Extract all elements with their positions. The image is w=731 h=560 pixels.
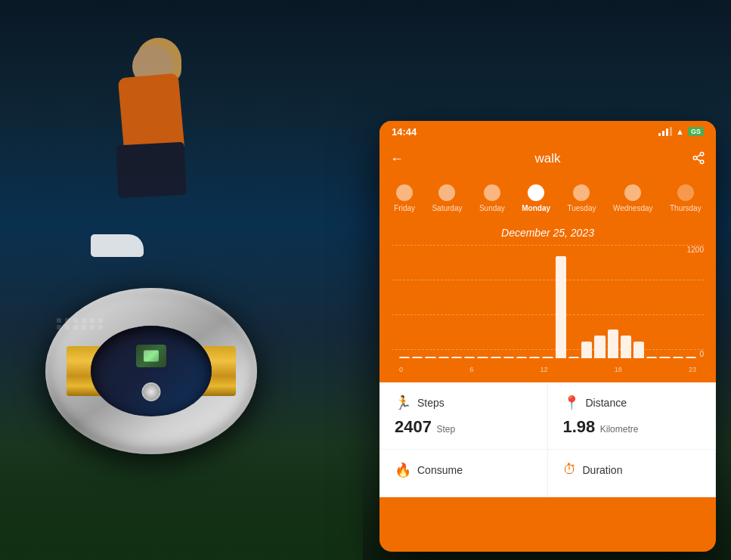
stat-duration: ⏱ Duration [548, 450, 717, 497]
status-bar: 14:44 ▲ GS [379, 121, 716, 142]
day-selector: Friday Saturday Sunday Monday Tuesday We… [379, 175, 716, 221]
chart-date: December 25, 2023 [392, 227, 704, 239]
bar-14 [581, 342, 592, 358]
distance-icon: 📍 [563, 394, 580, 411]
day-wednesday[interactable]: Wednesday [613, 184, 653, 212]
stat-consume-title: Consume [417, 464, 463, 476]
stat-consume: 🔥 Consume [379, 450, 548, 497]
bar-9 [516, 357, 527, 358]
svg-point-2 [700, 160, 704, 164]
svg-point-0 [700, 152, 704, 156]
day-thursday[interactable]: Thursday [670, 184, 702, 212]
bar-11 [542, 357, 553, 358]
signal-bar-4 [670, 127, 672, 136]
day-label-sunday: Sunday [479, 204, 505, 212]
day-dot-wednesday [624, 184, 641, 201]
chart-x-labels: 0 6 12 18 23 [399, 366, 696, 373]
day-saturday[interactable]: Saturday [432, 184, 462, 212]
stat-distance-value: 1.98 Kilometre [563, 417, 702, 437]
x-label-6: 6 [469, 366, 473, 373]
bar-8 [503, 357, 514, 358]
bar-2 [425, 357, 435, 358]
chart-label-0: 0 [699, 350, 704, 358]
day-dot-sunday [484, 184, 500, 201]
signal-bar-2 [662, 131, 664, 136]
day-sunday[interactable]: Sunday [479, 184, 505, 212]
app-header: ← walk [379, 142, 716, 175]
runner-shorts [116, 142, 187, 199]
bar-22 [686, 357, 696, 358]
bar-12-peak [556, 256, 566, 358]
bar-19 [646, 357, 657, 358]
svg-line-3 [696, 159, 700, 161]
svg-line-4 [696, 154, 700, 156]
bar-15 [594, 336, 605, 358]
bar-16 [608, 330, 618, 358]
chart-gridline-top: 1200 [392, 245, 704, 246]
stat-duration-title: Duration [583, 464, 623, 476]
ring-dot-pattern [57, 318, 104, 330]
day-dot-thursday [677, 184, 694, 201]
chart-bars [399, 252, 696, 358]
back-button[interactable]: ← [390, 151, 404, 167]
steps-icon: 🏃 [395, 394, 411, 411]
x-label-23: 23 [689, 366, 696, 373]
bar-6 [477, 357, 488, 358]
stat-steps-value: 2407 Step [395, 417, 532, 437]
stat-steps-title: Steps [417, 397, 444, 409]
bar-7 [491, 357, 501, 358]
status-time: 14:44 [392, 126, 417, 138]
smart-ring [45, 288, 287, 500]
stat-distance-title: Distance [586, 397, 627, 409]
day-dot-friday [396, 184, 413, 201]
signal-bar-1 [658, 133, 661, 136]
bar-3 [438, 357, 449, 358]
day-tuesday[interactable]: Tuesday [568, 184, 596, 212]
chart-container: 1200 0 [392, 245, 704, 373]
day-label-saturday: Saturday [432, 204, 462, 212]
bar-1 [412, 357, 423, 358]
bar-17 [621, 336, 631, 358]
ring-inner [91, 326, 212, 416]
signal-bar-3 [666, 128, 668, 136]
ring-sensor-led [144, 351, 159, 362]
ring-outer-band [45, 288, 257, 454]
stat-steps: 🏃 Steps 2407 Step [379, 382, 548, 450]
day-dot-saturday [438, 184, 455, 201]
bar-5 [464, 357, 475, 358]
share-button[interactable] [692, 151, 705, 167]
bar-18 [633, 342, 644, 358]
stat-steps-header: 🏃 Steps [395, 394, 532, 411]
stat-consume-header: 🔥 Consume [395, 462, 532, 478]
signal-icon [658, 127, 672, 136]
consume-icon: 🔥 [395, 462, 411, 478]
stats-grid: 🏃 Steps 2407 Step 📍 Distance 1.98 Kilome… [379, 382, 716, 497]
stat-duration-header: ⏱ Duration [563, 462, 701, 478]
stat-distance: 📍 Distance 1.98 Kilometre [548, 382, 717, 450]
day-friday[interactable]: Friday [394, 184, 415, 212]
duration-icon: ⏱ [563, 462, 577, 478]
day-dot-tuesday [573, 184, 590, 201]
bar-21 [673, 357, 683, 358]
runner-figure [76, 15, 227, 317]
day-label-wednesday: Wednesday [613, 204, 653, 212]
x-label-18: 18 [615, 366, 622, 373]
bar-0 [399, 357, 410, 358]
chart-area: December 25, 2023 1200 0 [379, 221, 716, 382]
day-monday[interactable]: Monday [522, 184, 550, 212]
x-label-0: 0 [399, 366, 403, 373]
ring-sensor [136, 345, 166, 367]
bar-10 [529, 357, 540, 358]
page-title: walk [534, 151, 560, 166]
day-label-friday: Friday [394, 204, 415, 212]
stat-distance-header: 📍 Distance [563, 394, 702, 411]
bar-13 [568, 357, 579, 358]
x-label-12: 12 [540, 366, 547, 373]
day-label-tuesday: Tuesday [568, 204, 596, 212]
svg-point-1 [693, 156, 697, 159]
runner-shoe [91, 234, 144, 257]
bar-20 [659, 357, 670, 358]
phone-mockup: 14:44 ▲ GS ← walk Friday [379, 121, 716, 552]
ring-button [142, 382, 161, 401]
status-icons: ▲ GS [658, 127, 704, 136]
